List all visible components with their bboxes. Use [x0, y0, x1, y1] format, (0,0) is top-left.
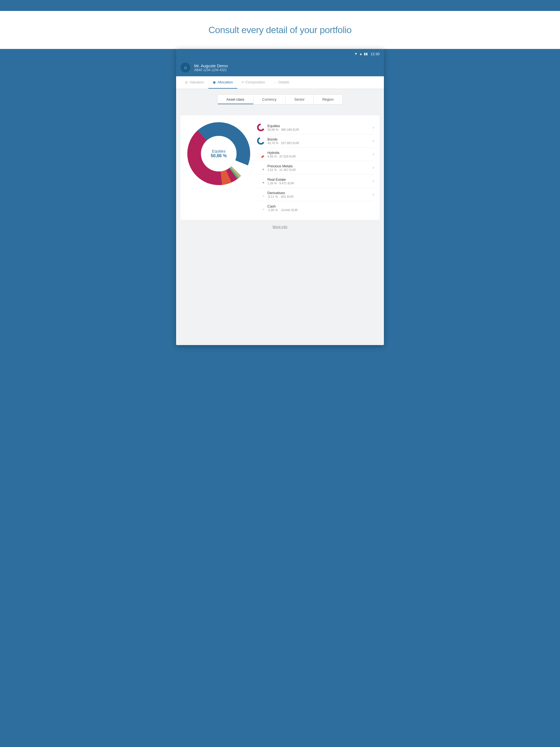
asset-row-real-estate[interactable]: Real Estate 1,26 % 9.471 EUR › — [257, 175, 374, 188]
derivatives-name: Derivatives — [268, 191, 370, 195]
user-name: Mr. Auguste Demo — [194, 63, 228, 68]
tab-valuation-label: Valuation — [189, 80, 204, 84]
hybrids-details: Hybrids 4,93 % 37.018 EUR — [268, 151, 370, 158]
cash-details: Cash -1,95 % -14.641 EUR — [268, 204, 374, 212]
asset-row-equities[interactable]: Equities 50,66 % 380.186 EUR › — [257, 121, 374, 134]
account-number: AB40 1234 1234 4321 — [194, 68, 228, 72]
tab-allocation-label: Allocation — [218, 80, 233, 84]
hybrids-name: Hybrids — [268, 151, 370, 155]
donut-label-percent: 50,66 % — [211, 153, 227, 158]
cash-sub: -1,95 % -14.641 EUR — [268, 208, 374, 212]
donut-chart: Equities 50,66 % — [186, 121, 252, 186]
precious-metals-sub: 1,51 % 11.367 EUR — [268, 168, 370, 172]
content-area: Asset class Currency Sector Region — [176, 89, 384, 345]
home-button[interactable]: ⌂ — [180, 62, 190, 73]
donut-label-name: Equities — [211, 149, 227, 153]
composition-icon: ≡ — [242, 80, 244, 84]
derivatives-details: Derivatives -0,11 % -831 EUR — [268, 191, 370, 198]
asset-row-precious-metals[interactable]: Precious Metals 1,51 % 11.367 EUR › — [257, 161, 374, 175]
bonds-name: Bonds — [268, 137, 370, 141]
device-frame: ▼ ▲ ▮▮ 12:30 ⌂ Mr. Auguste Demo AB40 123… — [176, 49, 384, 345]
precious-metals-chevron: › — [373, 165, 374, 170]
equities-name: Equities — [268, 124, 370, 128]
details-icon: ··· — [274, 80, 277, 84]
tab-details[interactable]: ··· Details — [269, 76, 294, 88]
battery-icon: ▮▮ — [364, 52, 368, 56]
precious-metals-details: Precious Metals 1,51 % 11.367 EUR — [268, 164, 370, 172]
asset-list: Equities 50,66 % 380.186 EUR › — [257, 121, 374, 214]
segment-region[interactable]: Region — [314, 95, 342, 104]
asset-row-cash[interactable]: Cash -1,95 % -14.641 EUR — [257, 201, 374, 214]
svg-point-3 — [259, 138, 263, 143]
tab-composition-label: Composition — [245, 80, 265, 84]
user-info: Mr. Auguste Demo AB40 1234 1234 4321 — [194, 63, 228, 72]
real-estate-sub: 1,26 % 9.471 EUR — [268, 182, 370, 185]
bonds-icon — [257, 137, 265, 145]
asset-row-bonds[interactable]: Bonds 43,70 % 327.952 EUR › — [257, 134, 374, 148]
cash-name: Cash — [268, 204, 374, 208]
valuation-icon: ◎ — [185, 80, 188, 84]
real-estate-icon — [257, 177, 265, 185]
precious-metals-name: Precious Metals — [268, 164, 370, 168]
real-estate-name: Real Estate — [268, 177, 370, 182]
asset-row-hybrids[interactable]: Hybrids 4,93 % 37.018 EUR › — [257, 148, 374, 161]
equities-chevron: › — [373, 125, 374, 130]
tab-composition[interactable]: ≡ Composition — [237, 76, 270, 88]
more-info-link[interactable]: More info — [273, 225, 287, 229]
derivatives-sub: -0,11 % -831 EUR — [268, 195, 370, 198]
chart-card: Equities 50,66 % Equities 50,66 % — [180, 115, 380, 220]
wifi-icon: ▼ — [354, 52, 358, 56]
equities-icon — [257, 124, 265, 131]
real-estate-details: Real Estate 1,26 % 9.471 EUR — [268, 177, 370, 185]
derivatives-chevron: › — [373, 192, 374, 197]
svg-point-9 — [259, 179, 263, 183]
allocation-icon: ◉ — [213, 80, 216, 84]
tab-valuation[interactable]: ◎ Valuation — [180, 76, 208, 88]
home-icon: ⌂ — [184, 65, 187, 70]
real-estate-chevron: › — [373, 179, 374, 183]
more-info-container: More info — [180, 224, 380, 229]
donut-center-label: Equities 50,66 % — [211, 149, 227, 158]
tab-details-label: Details — [278, 80, 289, 84]
empty-space — [180, 230, 380, 340]
hybrids-sub: 4,93 % 37.018 EUR — [268, 155, 370, 158]
nav-tabs: ◎ Valuation ◉ Allocation ≡ Composition ·… — [176, 76, 384, 89]
signal-icon: ▲ — [359, 52, 362, 56]
app-header: ⌂ Mr. Auguste Demo AB40 1234 1234 4321 — [176, 59, 384, 76]
precious-metals-icon — [257, 164, 265, 172]
derivatives-icon — [257, 190, 265, 198]
segment-asset-class[interactable]: Asset class — [218, 95, 253, 104]
hybrids-icon — [257, 150, 265, 158]
page-heading: Consult every detail of your portfolio — [5, 25, 555, 35]
asset-row-derivatives[interactable]: Derivatives -0,11 % -831 EUR › — [257, 188, 374, 201]
bonds-chevron: › — [373, 138, 374, 143]
equities-details: Equities 50,66 % 380.186 EUR — [268, 124, 370, 131]
hybrids-chevron: › — [373, 152, 374, 157]
bonds-sub: 43,70 % 327.952 EUR — [268, 141, 370, 145]
status-bar: ▼ ▲ ▮▮ 12:30 — [176, 49, 384, 59]
status-icons: ▼ ▲ ▮▮ 12:30 — [354, 52, 380, 56]
svg-point-13 — [259, 206, 263, 210]
tab-allocation[interactable]: ◉ Allocation — [208, 76, 237, 88]
segment-control: Asset class Currency Sector Region — [218, 94, 342, 104]
svg-point-5 — [259, 152, 263, 156]
segment-sector[interactable]: Sector — [285, 95, 314, 104]
cash-icon — [257, 204, 265, 212]
svg-point-7 — [259, 165, 263, 170]
bonds-details: Bonds 43,70 % 327.952 EUR — [268, 137, 370, 145]
svg-point-11 — [259, 192, 263, 197]
status-time: 12:30 — [371, 52, 380, 56]
svg-point-1 — [259, 125, 263, 130]
segment-currency[interactable]: Currency — [253, 95, 286, 104]
equities-sub: 50,66 % 380.186 EUR — [268, 128, 370, 131]
